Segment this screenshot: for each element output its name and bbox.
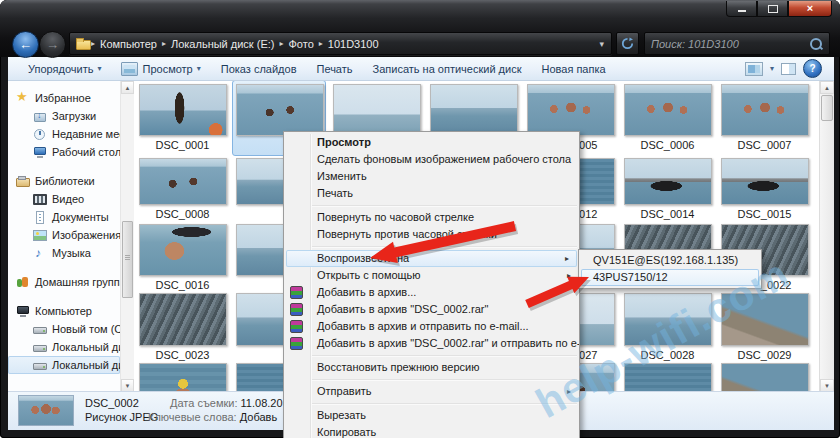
file-name: DSC_0007: [716, 139, 813, 152]
file-item[interactable]: DSC_0008: [134, 158, 231, 221]
document-icon: [33, 211, 47, 224]
file-item[interactable]: [134, 363, 231, 392]
file-item[interactable]: DSC_0016: [134, 224, 231, 292]
toolbar-button-new-folder[interactable]: Новая папка: [531, 61, 615, 77]
status-date-value: 11.08.20: [241, 397, 283, 409]
file-thumbnail: [139, 293, 227, 346]
address-bar[interactable]: ▸ Компьютер▸Локальный диск (E:)▸Фото▸101…: [69, 32, 612, 55]
sidebar-scrollbar[interactable]: ▲ ▼: [120, 81, 134, 392]
minimize-button[interactable]: [726, 1, 757, 17]
file-item[interactable]: DSC_0029: [716, 293, 813, 362]
search-icon[interactable]: [809, 37, 823, 51]
toolbar-button-burn-disc[interactable]: Записать на оптический диск: [363, 61, 532, 77]
context-menu-item[interactable]: Добавить в архив...: [284, 284, 579, 301]
context-menu-item[interactable]: Воспроизвести на▸: [286, 250, 577, 267]
back-button[interactable]: ←: [12, 31, 39, 58]
sidebar-section-label: Избранное: [35, 92, 91, 104]
context-menu-item[interactable]: Добавить в архив и отправить по e-mail..…: [284, 318, 579, 335]
sidebar-item-local-disk-2[interactable]: Локальный диск: [8, 356, 120, 374]
breadcrumb-item[interactable]: Локальный диск (E:): [166, 38, 280, 50]
file-name: DSC_0001: [134, 139, 231, 152]
submenu-item[interactable]: 43PUS7150/12: [581, 269, 759, 286]
status-keywords[interactable]: Ключевые слова: Добавь: [148, 411, 277, 423]
forward-button[interactable]: →: [39, 31, 66, 58]
sidebar-item-volume-c[interactable]: Новый том (C:): [8, 320, 134, 338]
file-item[interactable]: DSC_0015: [716, 158, 813, 221]
context-menu-item[interactable]: Повернуть против часовой стрелки: [284, 226, 579, 243]
context-menu-item-label: Воспроизвести на: [317, 252, 409, 264]
context-menu-item-label: Просмотр: [317, 136, 371, 148]
sidebar-item-local-disk-1[interactable]: Локальный диск: [8, 338, 134, 356]
sidebar-item-downloads[interactable]: Загрузки: [8, 107, 134, 125]
status-date-label: Дата съемки:: [170, 397, 237, 409]
sidebar-gap: [8, 161, 134, 172]
toolbar-button-slideshow[interactable]: Показ слайдов: [211, 61, 307, 77]
sidebar-item-recent-places[interactable]: Недавние места: [8, 125, 134, 143]
change-view-dropdown-icon[interactable]: ▾: [770, 64, 774, 73]
search-input[interactable]: [645, 38, 809, 50]
sidebar-section-computer[interactable]: Компьютер: [8, 302, 134, 320]
toolbar-button-print[interactable]: Печать: [306, 61, 362, 77]
file-thumbnail: [139, 84, 227, 136]
breadcrumb-item[interactable]: Компьютер: [95, 38, 162, 50]
close-button[interactable]: ×: [788, 1, 832, 17]
context-menu-item[interactable]: Добавить в архив "DSC_0002.rar" и отправ…: [284, 335, 579, 352]
context-menu-item[interactable]: Просмотр: [284, 134, 579, 151]
context-menu-item-label: Открыть с помощью: [317, 269, 421, 281]
address-dropdown-icon[interactable]: ▾: [599, 39, 611, 49]
content-scrollbar[interactable]: ▲ ▼: [819, 81, 834, 392]
toolbar-button-view[interactable]: Просмотр▾: [111, 60, 210, 78]
context-menu-item-label: Повернуть по часовой стрелке: [317, 211, 474, 223]
file-item[interactable]: DSC_0023: [134, 293, 231, 362]
context-menu-item[interactable]: Отправить▸: [284, 383, 579, 400]
help-icon[interactable]: ?: [803, 59, 822, 78]
sidebar-item-video[interactable]: Видео: [8, 190, 134, 208]
preview-pane-icon[interactable]: [781, 63, 796, 75]
menu-separator: [312, 355, 577, 356]
sidebar-scrollbar-thumb[interactable]: [122, 221, 133, 298]
context-menu-item[interactable]: Повернуть по часовой стрелке: [284, 209, 579, 226]
video-icon: [33, 193, 47, 206]
scroll-up-icon[interactable]: ▲: [121, 81, 134, 94]
breadcrumb-item[interactable]: 101D3100: [323, 38, 384, 50]
content-scrollbar-thumb[interactable]: [821, 95, 833, 121]
toolbar: Упорядочить▾Просмотр▾Показ слайдовПечать…: [8, 57, 834, 81]
maximize-button[interactable]: [757, 1, 788, 17]
change-view-icon[interactable]: [745, 62, 763, 76]
sidebar-item-desktop[interactable]: Рабочий стол: [8, 143, 134, 161]
sidebar-section-libraries[interactable]: Библиотеки: [8, 172, 134, 190]
sidebar-item-pictures[interactable]: Изображения: [8, 226, 134, 244]
menu-separator: [312, 379, 577, 380]
context-menu-item[interactable]: Добавить в архив "DSC_0002.rar": [284, 301, 579, 318]
scroll-up-icon[interactable]: ▲: [820, 81, 834, 94]
submenu-item[interactable]: QV151E@ES(192.168.1.135): [581, 252, 759, 269]
file-item[interactable]: DSC_0014: [619, 158, 716, 221]
sidebar-section-homegroup[interactable]: Домашняя группа: [8, 273, 134, 291]
refresh-button[interactable]: [616, 32, 639, 55]
context-menu-item[interactable]: Изменить: [284, 168, 579, 185]
file-thumbnail: [624, 293, 712, 346]
picture-icon: [33, 229, 47, 242]
file-item[interactable]: DSC_0006: [619, 84, 716, 152]
file-item[interactable]: DSC_0007: [716, 84, 813, 152]
sidebar-item-documents[interactable]: Документы: [8, 208, 134, 226]
breadcrumb-item[interactable]: Фото: [283, 38, 318, 50]
file-item[interactable]: [716, 363, 813, 392]
context-menu-item[interactable]: Сделать фоновым изображением рабочего ст…: [284, 151, 579, 168]
sidebar-section-favorites[interactable]: Избранное: [8, 89, 134, 107]
toolbar-button-organize[interactable]: Упорядочить▾: [18, 61, 111, 77]
context-menu-item[interactable]: Восстановить прежнюю версию: [284, 359, 579, 376]
file-item[interactable]: [619, 363, 716, 392]
star-icon: [16, 92, 30, 105]
context-menu-item[interactable]: Копировать: [284, 424, 579, 438]
context-menu-item[interactable]: Печать: [284, 185, 579, 202]
file-item[interactable]: DSC_0001: [134, 84, 231, 152]
sidebar-item-music[interactable]: Музыка: [8, 244, 134, 262]
toolbar-button-label: Показ слайдов: [221, 63, 297, 75]
context-menu-item[interactable]: Открыть с помощью▸: [284, 267, 579, 284]
sidebar-item-label: Видео: [52, 193, 84, 205]
file-item[interactable]: DSC_0028: [619, 293, 716, 362]
submenu-arrow-icon: ▸: [567, 267, 571, 284]
context-menu-item[interactable]: Вырезать: [284, 407, 579, 424]
toolbar-buttons: Упорядочить▾Просмотр▾Показ слайдовПечать…: [18, 60, 616, 78]
